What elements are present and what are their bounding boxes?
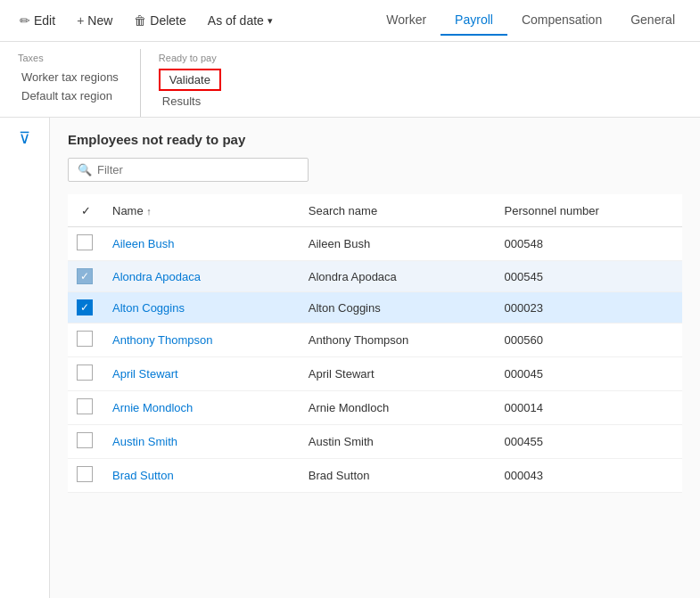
row-name-cell: Alondra Apodaca	[103, 261, 300, 292]
row-checkbox[interactable]	[77, 331, 93, 347]
row-personnel-number-cell: 000548	[496, 227, 682, 261]
results-link[interactable]: Results	[159, 93, 221, 110]
taxes-title: Taxes	[18, 49, 122, 63]
row-name-cell: Austin Smith	[103, 425, 300, 459]
sub-menu: Taxes Worker tax regions Default tax reg…	[0, 42, 700, 118]
header-personnel-number: Personnel number	[496, 194, 682, 227]
ready-to-pay-items: Validate Results	[159, 69, 221, 110]
row-personnel-number-cell: 000043	[496, 459, 682, 493]
ready-to-pay-section: Ready to pay Validate Results	[141, 49, 239, 117]
plus-icon: +	[77, 13, 84, 28]
row-checkbox-cell	[68, 391, 103, 425]
row-personnel-number-cell: 000560	[496, 324, 682, 357]
as-of-date-label: As of date	[208, 13, 264, 28]
row-search-name-cell: Arnie Mondloch	[300, 391, 496, 425]
new-button[interactable]: + New	[68, 8, 121, 33]
search-icon: 🔍	[78, 163, 92, 176]
table-header-row: ✓ Name ↑ Search name Personnel number	[68, 194, 682, 227]
table-row: Anthony Thompson Anthony Thompson 000560	[68, 324, 682, 357]
row-name-cell: Anthony Thompson	[103, 324, 300, 357]
row-personnel-number-cell: 000545	[496, 261, 682, 292]
header-checkbox[interactable]: ✓	[77, 201, 95, 219]
taxes-section: Taxes Worker tax regions Default tax reg…	[0, 49, 141, 117]
table-row: ✓ Alton Coggins Alton Coggins 000023	[68, 292, 682, 324]
row-search-name-cell: Alondra Apodaca	[300, 261, 496, 292]
row-checkbox[interactable]	[77, 432, 93, 448]
filter-input[interactable]	[97, 163, 299, 176]
table-row: Austin Smith Austin Smith 000455	[68, 425, 682, 459]
row-search-name-cell: Aileen Bush	[300, 227, 496, 261]
row-checkbox-cell	[68, 324, 103, 357]
row-checkbox[interactable]	[77, 466, 93, 482]
employee-name-link[interactable]: April Stewart	[112, 367, 178, 381]
worker-tax-regions-link[interactable]: Worker tax regions	[18, 69, 122, 86]
employee-name-link[interactable]: Alton Coggins	[112, 301, 185, 315]
filter-input-wrap: 🔍	[68, 158, 309, 182]
tab-payroll[interactable]: Payroll	[441, 5, 507, 36]
validate-link[interactable]: Validate	[159, 69, 221, 91]
employee-name-link[interactable]: Arnie Mondloch	[112, 401, 193, 414]
tab-bar: Worker Payroll Compensation General	[372, 5, 689, 36]
employee-name-link[interactable]: Aileen Bush	[112, 237, 174, 250]
content-panel: Employees not ready to pay 🔍 ✓ Name ↑ Se…	[50, 118, 700, 598]
chevron-down-icon: ▾	[268, 15, 273, 27]
row-name-cell: Alton Coggins	[103, 292, 300, 324]
header-search-name: Search name	[300, 194, 496, 227]
table-row: Aileen Bush Aileen Bush 000548	[68, 227, 682, 261]
filter-icon[interactable]: ⊽	[19, 128, 30, 148]
row-checkbox-cell: ✓	[68, 292, 103, 324]
tab-general[interactable]: General	[616, 5, 689, 36]
table-row: Brad Sutton Brad Sutton 000043	[68, 459, 682, 493]
row-personnel-number-cell: 000455	[496, 425, 682, 459]
row-checkbox-cell	[68, 459, 103, 493]
row-checkbox-cell	[68, 227, 103, 261]
row-name-cell: April Stewart	[103, 357, 300, 391]
main-content: ⊽ Employees not ready to pay 🔍 ✓ Name ↑ …	[0, 118, 700, 598]
as-of-date-button[interactable]: As of date ▾	[199, 8, 282, 33]
row-checkbox[interactable]: ✓	[77, 268, 93, 284]
table-row: April Stewart April Stewart 000045	[68, 357, 682, 391]
delete-label: Delete	[150, 13, 185, 28]
default-tax-region-link[interactable]: Default tax region	[18, 87, 122, 104]
sidebar: ⊽	[0, 118, 50, 598]
employee-name-link[interactable]: Brad Sutton	[112, 469, 174, 482]
header-check: ✓	[68, 194, 103, 227]
row-personnel-number-cell: 000014	[496, 391, 682, 425]
tab-worker[interactable]: Worker	[372, 5, 441, 36]
table-row: Arnie Mondloch Arnie Mondloch 000014	[68, 391, 682, 425]
taxes-items: Worker tax regions Default tax region	[18, 69, 122, 104]
delete-button[interactable]: 🗑 Delete	[125, 8, 194, 33]
row-search-name-cell: Anthony Thompson	[300, 324, 496, 357]
row-personnel-number-cell: 000045	[496, 357, 682, 391]
delete-icon: 🗑	[134, 13, 146, 28]
employee-name-link[interactable]: Austin Smith	[112, 435, 177, 448]
header-name: Name ↑	[103, 194, 300, 227]
edit-label: Edit	[34, 13, 55, 28]
row-name-cell: Aileen Bush	[103, 227, 300, 261]
ready-to-pay-title: Ready to pay	[159, 49, 221, 63]
row-checkbox[interactable]: ✓	[77, 299, 93, 315]
panel-title: Employees not ready to pay	[68, 132, 682, 147]
toolbar: ✏ Edit + New 🗑 Delete As of date ▾ Worke…	[0, 0, 700, 42]
row-checkbox[interactable]	[77, 234, 93, 250]
edit-button[interactable]: ✏ Edit	[11, 8, 64, 33]
employees-table: ✓ Name ↑ Search name Personnel number Ai…	[68, 194, 682, 493]
row-search-name-cell: April Stewart	[300, 357, 496, 391]
new-label: New	[87, 13, 112, 28]
row-checkbox-cell	[68, 357, 103, 391]
table-row: ✓ Alondra Apodaca Alondra Apodaca 000545	[68, 261, 682, 292]
row-personnel-number-cell: 000023	[496, 292, 682, 324]
row-checkbox[interactable]	[77, 398, 93, 414]
tab-compensation[interactable]: Compensation	[507, 5, 616, 36]
sort-arrow-name: ↑	[146, 206, 152, 217]
row-checkbox-cell	[68, 425, 103, 459]
row-search-name-cell: Austin Smith	[300, 425, 496, 459]
row-checkbox-cell: ✓	[68, 261, 103, 292]
edit-icon: ✏	[20, 13, 30, 28]
employee-name-link[interactable]: Anthony Thompson	[112, 333, 213, 347]
row-name-cell: Brad Sutton	[103, 459, 300, 493]
row-search-name-cell: Brad Sutton	[300, 459, 496, 493]
employee-name-link[interactable]: Alondra Apodaca	[112, 270, 201, 283]
row-search-name-cell: Alton Coggins	[300, 292, 496, 324]
row-checkbox[interactable]	[77, 365, 93, 381]
